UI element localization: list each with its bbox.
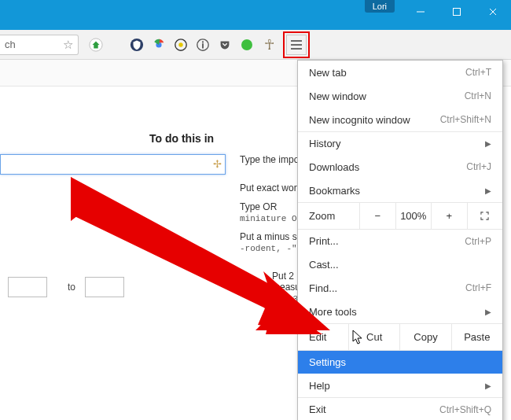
bookmark-star-icon[interactable]: ☆: [63, 38, 73, 52]
search-input-all-words[interactable]: ✢: [0, 154, 226, 175]
menu-history[interactable]: History▶: [298, 131, 502, 155]
menu-help[interactable]: Help▶: [298, 374, 502, 397]
extension-shield-icon[interactable]: [126, 34, 148, 56]
mouse-cursor-icon: [352, 330, 365, 348]
zoom-out-button[interactable]: −: [359, 203, 395, 229]
maximize-button[interactable]: [439, 0, 475, 24]
browser-toolbar: ch ☆ ☥: [0, 30, 511, 60]
chevron-right-icon: ▶: [485, 381, 491, 390]
zoom-in-button[interactable]: +: [431, 203, 467, 229]
range-from-input[interactable]: [8, 277, 47, 297]
home-icon[interactable]: [85, 34, 107, 56]
address-text: ch: [5, 39, 16, 50]
menu-button[interactable]: [286, 35, 307, 55]
zoom-value: 100%: [395, 203, 432, 229]
svg-point-13: [241, 39, 252, 50]
chevron-right-icon: ▶: [485, 308, 491, 316]
svg-point-11: [202, 41, 204, 42]
menu-new-window[interactable]: New windowCtrl+N: [298, 84, 502, 108]
svg-rect-12: [202, 43, 204, 48]
chevron-right-icon: ▶: [485, 139, 491, 148]
annotation-arrow: [71, 177, 330, 345]
menu-incognito[interactable]: New incognito windowCtrl+Shift+N: [298, 108, 502, 131]
svg-point-9: [178, 42, 182, 46]
extension-chrome-icon[interactable]: [148, 34, 170, 56]
tab-strip: [0, 24, 511, 30]
extension-green-dot-icon[interactable]: [236, 34, 258, 56]
menu-downloads[interactable]: DownloadsCtrl+J: [298, 155, 502, 179]
close-button[interactable]: [475, 0, 511, 24]
user-badge[interactable]: Lori: [365, 0, 395, 13]
extension-info-icon[interactable]: [192, 34, 214, 56]
menu-exit[interactable]: ExitCtrl+Shift+Q: [298, 397, 502, 420]
menu-button-highlight: [283, 31, 310, 58]
extension-ankh-icon[interactable]: ☥: [258, 34, 280, 56]
window-titlebar: Lori: [0, 0, 511, 24]
paste-button[interactable]: Paste: [451, 324, 502, 350]
extension-target-icon[interactable]: [170, 34, 192, 56]
address-bar[interactable]: ch ☆: [0, 35, 79, 55]
hint-all-words: Type the impor: [240, 154, 302, 165]
copy-button[interactable]: Copy: [399, 324, 450, 350]
fullscreen-button[interactable]: [467, 203, 503, 229]
extension-pocket-icon[interactable]: [214, 34, 236, 56]
menu-settings[interactable]: Settings: [298, 350, 502, 374]
menu-new-tab[interactable]: New tabCtrl+T: [298, 61, 502, 84]
svg-rect-1: [454, 9, 461, 16]
minimize-button[interactable]: [403, 0, 439, 24]
chevron-right-icon: ▶: [485, 186, 491, 195]
